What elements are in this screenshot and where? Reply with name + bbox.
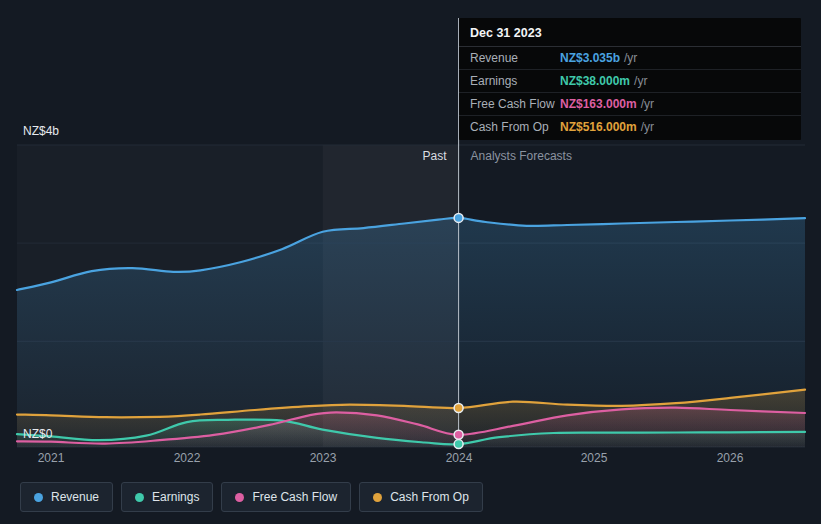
legend-label: Cash From Op <box>390 490 469 504</box>
y-axis-top-label: NZ$4b <box>23 124 59 138</box>
tooltip-value: NZ$38.000m <box>560 74 630 88</box>
y-axis-zero-label: NZ$0 <box>23 427 52 441</box>
tooltip-value-suffix: /yr <box>634 74 647 88</box>
x-tick-2021: 2021 <box>38 451 65 465</box>
cash-from-op-legend-dot-icon <box>373 493 382 502</box>
legend-label: Revenue <box>51 490 99 504</box>
cash-from-op-marker[interactable] <box>454 404 463 413</box>
legend-label: Earnings <box>152 490 199 504</box>
legend-button-free-cash-flow[interactable]: Free Cash Flow <box>221 482 351 512</box>
tooltip-row-cash-from-op: Cash From OpNZ$516.000m/yr <box>459 116 801 140</box>
tooltip-value-suffix: /yr <box>641 97 654 111</box>
tooltip-value-suffix: /yr <box>624 51 637 65</box>
earnings-revenue-chart-widget: NZ$4b NZ$0 Past Analysts Forecasts 20212… <box>0 0 821 524</box>
x-tick-2024: 2024 <box>446 451 473 465</box>
tooltip-value: NZ$163.000m <box>560 97 637 111</box>
free-cash-flow-marker[interactable] <box>454 430 463 439</box>
past-region-label: Past <box>423 149 447 163</box>
tooltip-label: Earnings <box>470 74 560 88</box>
x-tick-2026: 2026 <box>717 451 744 465</box>
legend-button-earnings[interactable]: Earnings <box>121 482 213 512</box>
tooltip-value-suffix: /yr <box>641 120 654 134</box>
earnings-legend-dot-icon <box>135 493 144 502</box>
free-cash-flow-legend-dot-icon <box>235 493 244 502</box>
x-tick-2025: 2025 <box>581 451 608 465</box>
chart-legend: RevenueEarningsFree Cash FlowCash From O… <box>20 482 483 512</box>
x-tick-2023: 2023 <box>310 451 337 465</box>
x-tick-2022: 2022 <box>174 451 201 465</box>
forecast-region-label: Analysts Forecasts <box>471 149 572 163</box>
tooltip-row-revenue: RevenueNZ$3.035b/yr <box>459 47 801 70</box>
data-tooltip: Dec 31 2023 RevenueNZ$3.035b/yrEarningsN… <box>459 18 801 140</box>
legend-button-cash-from-op[interactable]: Cash From Op <box>359 482 483 512</box>
legend-label: Free Cash Flow <box>252 490 337 504</box>
tooltip-value: NZ$516.000m <box>560 120 637 134</box>
tooltip-date: Dec 31 2023 <box>459 18 801 47</box>
revenue-marker[interactable] <box>454 213 463 222</box>
revenue-legend-dot-icon <box>34 493 43 502</box>
tooltip-label: Revenue <box>470 51 560 65</box>
earnings-marker[interactable] <box>454 440 463 449</box>
tooltip-label: Cash From Op <box>470 120 560 134</box>
tooltip-value: NZ$3.035b <box>560 51 620 65</box>
tooltip-row-free-cash-flow: Free Cash FlowNZ$163.000m/yr <box>459 93 801 116</box>
tooltip-label: Free Cash Flow <box>470 97 560 111</box>
tooltip-row-earnings: EarningsNZ$38.000m/yr <box>459 70 801 93</box>
legend-button-revenue[interactable]: Revenue <box>20 482 113 512</box>
